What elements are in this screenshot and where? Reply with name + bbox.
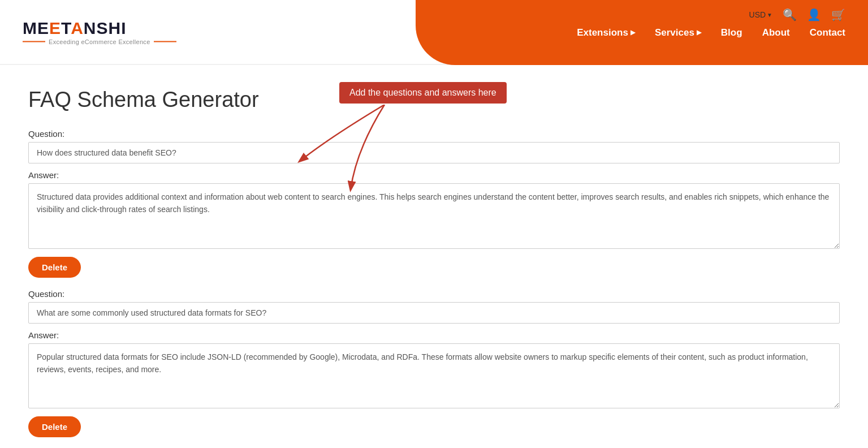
question-input-2[interactable] — [28, 302, 840, 324]
nav-blog[interactable]: Blog — [721, 27, 742, 38]
question-label-2: Question: — [28, 289, 840, 299]
search-icon[interactable]: 🔍 — [783, 8, 797, 21]
tooltip-box-qa: Add the questions and answers here — [339, 82, 507, 104]
top-utils: USD ▼ 🔍 👤 🛒 — [749, 8, 845, 21]
logo-sub: Exceeding eCommerce Excellence — [49, 38, 150, 45]
faq-block-2: Question: Answer: Popular structured dat… — [28, 289, 840, 438]
nav-contact[interactable]: Contact — [810, 27, 845, 38]
question-label-1: Question: — [28, 129, 840, 139]
arrow-qa — [283, 105, 407, 195]
main-content: FAQ Schema Generator Add the questions a… — [0, 65, 868, 448]
logo-line-right — [154, 41, 176, 42]
user-icon[interactable]: 👤 — [807, 8, 821, 21]
delete-button-1[interactable]: Delete — [28, 257, 81, 278]
logo-tagline-row: Exceeding eCommerce Excellence — [23, 38, 176, 45]
answer-textarea-2[interactable]: Popular structured data formats for SEO … — [28, 343, 840, 409]
answer-label-2: Answer: — [28, 330, 840, 340]
delete-button-2[interactable]: Delete — [28, 416, 81, 437]
logo-area: MEETANSHI Exceeding eCommerce Excellence — [23, 19, 176, 45]
currency-selector[interactable]: USD ▼ — [749, 10, 772, 19]
logo-text: MEETANSHI — [23, 19, 176, 36]
answer-textarea-1[interactable]: Structured data provides additional cont… — [28, 183, 840, 249]
nav-services[interactable]: Services ▶ — [655, 27, 701, 38]
nav-extensions[interactable]: Extensions ▶ — [577, 27, 635, 38]
faq-block-1: Question: Answer: Structured data provid… — [28, 129, 840, 278]
cart-icon[interactable]: 🛒 — [831, 8, 845, 21]
answer-label-1: Answer: — [28, 170, 840, 180]
header: MEETANSHI Exceeding eCommerce Excellence… — [0, 0, 868, 65]
question-input-1[interactable] — [28, 142, 840, 163]
nav-about[interactable]: About — [762, 27, 790, 38]
logo-line-left — [23, 41, 45, 42]
